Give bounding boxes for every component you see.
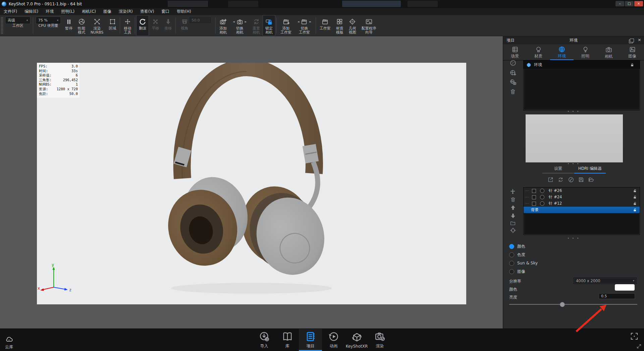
- region-button[interactable]: 区域: [106, 15, 119, 36]
- brightness-slider-handle[interactable]: [560, 302, 565, 307]
- configurator-wizard-button[interactable]: 配置程序 向导: [359, 15, 379, 36]
- workspace-dropdown[interactable]: 高级 ▾: [6, 17, 30, 23]
- menu-environment[interactable]: 环境: [42, 9, 57, 14]
- switch-camera-button[interactable]: ◄ ► 切换 相机: [229, 15, 250, 36]
- radio-image[interactable]: 图像: [509, 269, 525, 274]
- menu-window[interactable]: 窗口: [158, 9, 173, 14]
- cpu-usage-dropdown[interactable]: 75 % ▾: [36, 17, 60, 23]
- title-bar[interactable]: KeyShot 7.0 Pro - 0911-1.bip - 64 bit – …: [0, 0, 644, 8]
- section-splitter[interactable]: • • •: [503, 162, 644, 165]
- add-camera-button[interactable]: 添加 相机: [217, 15, 229, 36]
- tab-scene[interactable]: 场景: [503, 44, 527, 60]
- list-item-pin26[interactable]: 针 #26: [524, 188, 640, 194]
- switch-studio-button[interactable]: ◄ ► 切换 工作室: [294, 15, 315, 36]
- pin-checkbox[interactable]: [532, 202, 536, 206]
- pin-radio[interactable]: [540, 195, 544, 199]
- edit-brush-icon[interactable]: [568, 177, 574, 183]
- geometry-view-button[interactable]: 几何 视图: [346, 15, 359, 36]
- sync-icon[interactable]: [557, 177, 564, 183]
- render-nurbs-button[interactable]: 渲染 NURBS: [88, 15, 106, 36]
- add-pin-icon[interactable]: [509, 187, 517, 195]
- move-down-icon[interactable]: [509, 212, 517, 220]
- lock-icon[interactable]: [630, 63, 634, 67]
- radio-sun-sky[interactable]: Sun & Sky: [509, 260, 538, 266]
- radio-icon[interactable]: [509, 269, 514, 274]
- dock-project[interactable]: 项目: [299, 329, 322, 351]
- pause-button[interactable]: 暂停: [62, 15, 75, 36]
- pin-checkbox[interactable]: [532, 195, 536, 199]
- next-arrow-icon[interactable]: ►: [309, 20, 311, 23]
- subtab-settings[interactable]: 设置: [542, 166, 574, 172]
- menu-lighting[interactable]: 照明(L): [57, 9, 78, 14]
- save-icon[interactable]: [578, 177, 584, 183]
- prev-arrow-icon[interactable]: ◄: [233, 20, 234, 23]
- list-item-pin24[interactable]: 针 #24: [524, 194, 640, 201]
- minimize-button[interactable]: –: [615, 1, 624, 6]
- export-icon[interactable]: [547, 177, 554, 183]
- move-up-icon[interactable]: [509, 203, 517, 211]
- tab-environment[interactable]: 环境: [550, 44, 574, 60]
- environment-camera-icon[interactable]: [509, 78, 517, 86]
- dock-animation[interactable]: 动画: [322, 329, 345, 351]
- add-studio-button[interactable]: 添加 工作室: [278, 15, 294, 36]
- menu-render[interactable]: 渲染(R): [115, 9, 137, 14]
- menu-file[interactable]: 文件(F): [0, 9, 21, 14]
- list-item-pin12[interactable]: 针 #12: [524, 200, 640, 207]
- toolbar-drag-handle[interactable]: [1, 17, 3, 34]
- dock-render[interactable]: 渲染: [368, 329, 391, 351]
- menu-view[interactable]: 查看(V): [137, 9, 158, 14]
- environment-preview[interactable]: [526, 114, 623, 162]
- float-panel-icon[interactable]: [630, 39, 634, 42]
- list-item-background[interactable]: 背景: [524, 207, 640, 213]
- delete-pin-icon[interactable]: [509, 195, 517, 203]
- menu-edit[interactable]: 编辑(E): [21, 9, 42, 14]
- menu-image[interactable]: 图像: [100, 9, 115, 14]
- radio-selected-icon[interactable]: [509, 244, 514, 249]
- reset-camera-button[interactable]: 重置 相机: [250, 15, 263, 36]
- environment-list-item[interactable]: 环境: [524, 61, 640, 69]
- tab-lighting[interactable]: 照明: [574, 44, 597, 60]
- dock-keyshotxr[interactable]: KeyShotXR: [345, 329, 368, 351]
- subtab-hdri-editor[interactable]: HDRI 编辑器: [574, 166, 606, 172]
- tumble-button[interactable]: 翻滚: [136, 15, 149, 36]
- add-environment-icon[interactable]: [509, 68, 517, 77]
- open-folder-icon[interactable]: [588, 177, 594, 183]
- unlock-icon[interactable]: [633, 189, 637, 193]
- close-button[interactable]: ×: [634, 1, 643, 6]
- pin-target-icon[interactable]: [509, 226, 517, 234]
- tab-camera[interactable]: 相机: [597, 44, 621, 60]
- screenshot-region-icon[interactable]: [630, 332, 639, 341]
- pin-radio[interactable]: [540, 201, 544, 206]
- brightness-slider-track[interactable]: [509, 304, 637, 305]
- pin-checkbox[interactable]: [532, 189, 536, 193]
- next-arrow-icon[interactable]: ►: [245, 20, 247, 23]
- menu-camera[interactable]: 相机(C): [78, 9, 100, 14]
- expand-corner-icon[interactable]: [636, 344, 642, 349]
- lock-camera-button[interactable]: 锁定 相机: [263, 15, 275, 36]
- unlock-icon[interactable]: [633, 201, 637, 206]
- close-panel-icon[interactable]: ×: [638, 37, 641, 42]
- realtime-render-viewport[interactable]: y x z FPS:3.0 时间:33s 采样值:6 三角形:296,452 N…: [37, 63, 466, 304]
- radio-chroma[interactable]: 色度: [509, 252, 525, 257]
- color-swatch[interactable]: [615, 284, 635, 291]
- section-splitter[interactable]: • • •: [503, 110, 644, 113]
- pin-radio[interactable]: [540, 189, 544, 193]
- tab-image[interactable]: 图像: [621, 44, 644, 60]
- environment-library-icon[interactable]: [509, 59, 517, 67]
- menu-help[interactable]: 帮助(H): [173, 9, 195, 14]
- unlock-icon[interactable]: [633, 208, 637, 212]
- delete-environment-icon[interactable]: [509, 88, 517, 96]
- radio-icon[interactable]: [509, 252, 514, 257]
- move-tool-button[interactable]: 移动 工具: [121, 15, 134, 36]
- prev-arrow-icon[interactable]: ◄: [298, 20, 299, 23]
- radio-color[interactable]: 颜色: [509, 244, 525, 249]
- dock-library[interactable]: 库: [276, 329, 299, 351]
- material-template-button[interactable]: 材质 模板: [333, 15, 346, 36]
- unlock-icon[interactable]: [633, 195, 637, 199]
- brightness-input[interactable]: 0.5: [599, 293, 635, 299]
- tab-material[interactable]: 材质: [527, 44, 550, 60]
- performance-mode-button[interactable]: 性能 模式: [75, 15, 88, 36]
- cloud-library-button[interactable]: 云库: [4, 335, 14, 350]
- fov-button[interactable]: 视角: [178, 15, 190, 36]
- maximize-button[interactable]: □: [625, 1, 634, 6]
